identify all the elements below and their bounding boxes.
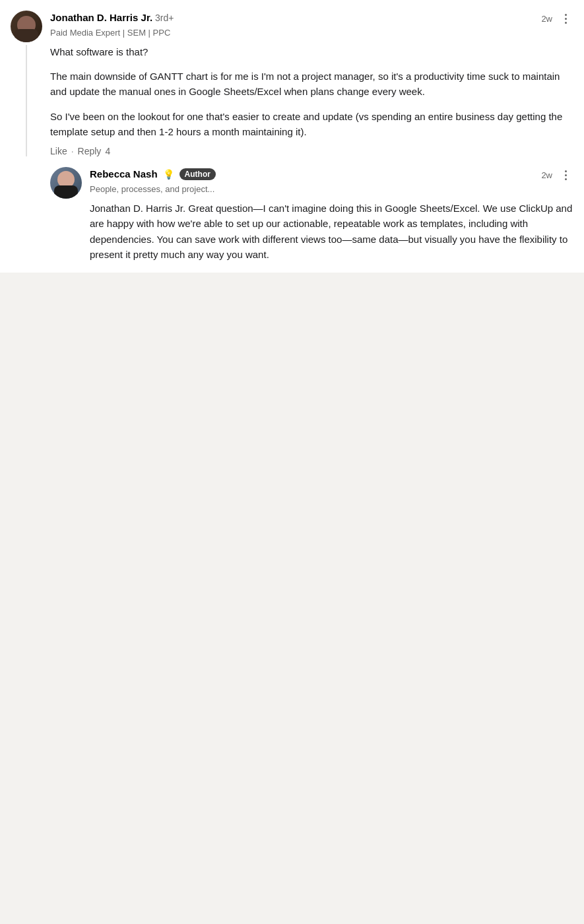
author-badge: Author	[179, 168, 216, 180]
rebecca-title: People, processes, and project...	[90, 184, 573, 195]
avatar-jonathan	[11, 11, 42, 42]
jonathan-body-p1: What software is that?	[50, 44, 573, 59]
avatar-rebecca	[50, 167, 82, 199]
rebecca-comment-content: Rebecca Nash 💡 Author 2w People, process…	[90, 167, 573, 262]
rebecca-meta: 2w	[541, 167, 573, 183]
nested-comment-rebecca: Rebecca Nash 💡 Author 2w People, process…	[50, 167, 573, 262]
comment-jonathan: Jonathan D. Harris Jr. 3rd+ 2w Paid Medi…	[11, 11, 573, 156]
dot-2	[565, 18, 567, 20]
jonathan-degree: 3rd+	[155, 13, 174, 23]
jonathan-more-options-button[interactable]	[558, 11, 573, 26]
rebecca-name[interactable]: Rebecca Nash	[90, 167, 158, 181]
jonathan-meta: 2w	[541, 11, 573, 26]
rebecca-info: Rebecca Nash 💡 Author	[90, 167, 216, 181]
jonathan-title: Paid Media Expert | SEM | PPC	[50, 28, 573, 39]
jonathan-body-p2: The main downside of GANTT chart is for …	[50, 69, 573, 100]
jonathan-like-button[interactable]: Like	[50, 146, 67, 156]
lightbulb-icon: 💡	[163, 169, 174, 180]
rebecca-body: Jonathan D. Harris Jr. Great question—I …	[90, 201, 573, 262]
rebecca-comment-header: Rebecca Nash 💡 Author 2w	[90, 167, 573, 183]
rebecca-more-options-button[interactable]	[558, 167, 573, 183]
jonathan-body: What software is that? The main downside…	[50, 44, 573, 139]
rebecca-dot-2	[565, 174, 567, 176]
dot-3	[565, 22, 567, 24]
jonathan-reply-button[interactable]: Reply	[78, 146, 102, 156]
jonathan-info: Jonathan D. Harris Jr. 3rd+	[50, 11, 174, 24]
rebecca-dot-1	[565, 170, 567, 172]
jonathan-comment-content: Jonathan D. Harris Jr. 3rd+ 2w Paid Medi…	[50, 11, 573, 156]
rebecca-body-p1: Jonathan D. Harris Jr. Great question—I …	[90, 201, 573, 262]
jonathan-name[interactable]: Jonathan D. Harris Jr.	[50, 11, 152, 24]
jonathan-reply-count: 4	[105, 146, 110, 156]
comment-thread: Jonathan D. Harris Jr. 3rd+ 2w Paid Medi…	[0, 0, 584, 273]
rebecca-time: 2w	[541, 170, 552, 180]
jonathan-body-p3: So I've been on the lookout for one that…	[50, 109, 573, 140]
rebecca-comment-wrapper: Rebecca Nash 💡 Author 2w People, process…	[50, 167, 573, 262]
action-separator: ·	[71, 146, 74, 156]
jonathan-comment-header: Jonathan D. Harris Jr. 3rd+ 2w	[50, 11, 573, 26]
jonathan-time: 2w	[541, 14, 552, 24]
rebecca-dot-3	[565, 178, 567, 180]
dot-1	[565, 14, 567, 16]
jonathan-actions: Like · Reply 4	[50, 146, 573, 156]
